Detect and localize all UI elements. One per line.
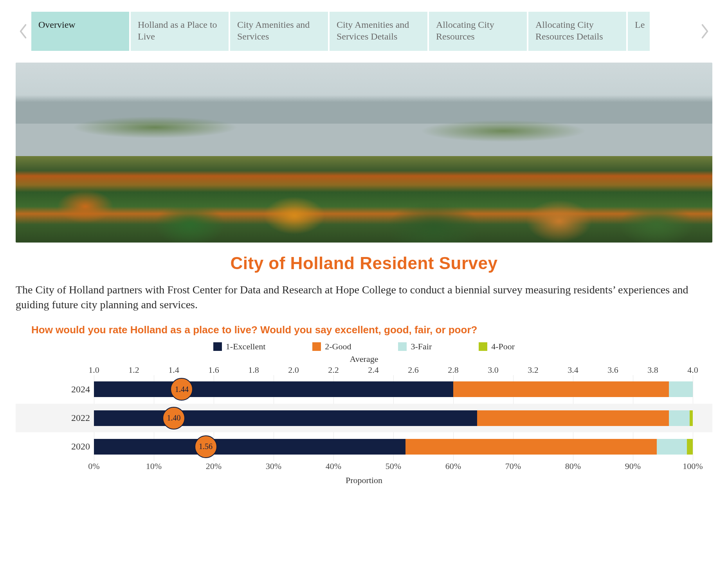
- chart-row-label: 2022: [63, 413, 90, 423]
- bar-segment[interactable]: [453, 381, 669, 397]
- legend-item-1[interactable]: 2-Good: [312, 342, 351, 352]
- legend-label: 3-Fair: [411, 342, 432, 352]
- chart-row-2022: 20221.40: [94, 404, 693, 432]
- chart-question: How would you rate Holland as a place to…: [31, 324, 712, 336]
- tab-bar: OverviewHolland as a Place to LiveCity A…: [16, 12, 712, 51]
- chevron-left-icon: [19, 23, 28, 39]
- bar-segment[interactable]: [94, 439, 405, 455]
- axis-top-tick: 3.8: [647, 365, 658, 375]
- tab-0[interactable]: Overview: [31, 12, 129, 51]
- bar-segment[interactable]: [690, 410, 693, 426]
- average-marker[interactable]: 1.44: [170, 378, 193, 401]
- chart-plot: 20241.4420221.4020201.56: [94, 375, 693, 461]
- tab-5[interactable]: Allocating City Resources Details: [528, 12, 626, 51]
- legend-label: 1-Excellent: [226, 342, 265, 352]
- bar-segment[interactable]: [657, 439, 687, 455]
- axis-top-tick: 1.0: [88, 365, 99, 375]
- bar-segment[interactable]: [687, 439, 693, 455]
- page-title: City of Holland Resident Survey: [16, 253, 712, 273]
- axis-top-tick: 1.6: [208, 365, 219, 375]
- stacked-bar: [94, 439, 693, 455]
- chart-area: 1.01.21.41.61.82.02.22.42.62.83.03.23.43…: [94, 365, 693, 471]
- axis-bottom-tick: 40%: [326, 461, 341, 471]
- bar-segment[interactable]: [405, 439, 657, 455]
- axis-bottom-ticks: 0%10%20%30%40%50%60%70%80%90%100%: [94, 461, 693, 471]
- legend-swatch: [398, 342, 407, 351]
- axis-bottom-tick: 20%: [206, 461, 222, 471]
- axis-top-tick: 1.2: [128, 365, 139, 375]
- chart-row-2020: 20201.56: [94, 432, 693, 461]
- axis-bottom-tick: 10%: [146, 461, 162, 471]
- tab-6[interactable]: Le: [628, 12, 650, 51]
- chart-container: How would you rate Holland as a place to…: [16, 324, 712, 485]
- axis-top-tick: 3.4: [568, 365, 578, 375]
- bar-segment[interactable]: [94, 410, 477, 426]
- axis-top-tick: 3.2: [528, 365, 539, 375]
- axis-bottom-tick: 80%: [565, 461, 581, 471]
- legend-swatch: [479, 342, 487, 351]
- tab-3[interactable]: City Amenities and Services Details: [330, 12, 427, 51]
- axis-bottom-tick: 70%: [505, 461, 521, 471]
- axis-top-tick: 1.8: [248, 365, 259, 375]
- axis-top-tick: 2.0: [288, 365, 299, 375]
- axis-top-tick: 2.8: [448, 365, 459, 375]
- axis-bottom-tick: 90%: [625, 461, 641, 471]
- axis-top-tick: 3.0: [488, 365, 499, 375]
- intro-paragraph: The City of Holland partners with Frost …: [16, 282, 712, 312]
- axis-top-tick: 2.2: [328, 365, 339, 375]
- hero-image: [16, 63, 712, 243]
- tab-2[interactable]: City Amenities and Services: [230, 12, 328, 51]
- axis-bottom-tick: 60%: [445, 461, 461, 471]
- axis-top-tick: 3.6: [607, 365, 618, 375]
- legend-item-0[interactable]: 1-Excellent: [213, 342, 265, 352]
- legend-label: 4-Poor: [491, 342, 515, 352]
- bar-segment[interactable]: [669, 410, 690, 426]
- bar-segment[interactable]: [94, 381, 453, 397]
- axis-bottom-title: Proportion: [16, 475, 712, 485]
- axis-bottom-tick: 30%: [266, 461, 281, 471]
- legend-swatch: [213, 342, 222, 351]
- tabs-next-arrow[interactable]: [697, 16, 712, 47]
- axis-bottom-tick: 0%: [88, 461, 99, 471]
- legend-label: 2-Good: [325, 342, 351, 352]
- average-marker[interactable]: 1.40: [162, 407, 185, 430]
- tab-1[interactable]: Holland as a Place to Live: [131, 12, 229, 51]
- tabs-prev-arrow[interactable]: [16, 16, 31, 47]
- bar-segment[interactable]: [477, 410, 669, 426]
- axis-top-title: Average: [16, 354, 712, 364]
- axis-top-tick: 2.4: [368, 365, 379, 375]
- axis-top-tick: 4.0: [687, 365, 698, 375]
- bar-segment[interactable]: [669, 381, 693, 397]
- chart-row-label: 2020: [63, 441, 90, 452]
- tab-4[interactable]: Allocating City Resources: [429, 12, 527, 51]
- chart-row-label: 2024: [63, 384, 90, 395]
- axis-top-tick: 1.4: [168, 365, 179, 375]
- axis-top-tick: 2.6: [408, 365, 419, 375]
- legend-item-2[interactable]: 3-Fair: [398, 342, 432, 352]
- chevron-right-icon: [700, 23, 709, 39]
- legend-item-3[interactable]: 4-Poor: [479, 342, 515, 352]
- legend-swatch: [312, 342, 321, 351]
- hero-image-overlay: [16, 63, 712, 243]
- axis-bottom-tick: 100%: [683, 461, 703, 471]
- average-marker[interactable]: 1.56: [195, 435, 217, 458]
- chart-row-2024: 20241.44: [94, 375, 693, 404]
- chart-legend: 1-Excellent2-Good3-Fair4-Poor: [16, 342, 712, 352]
- axis-top-ticks: 1.01.21.41.61.82.02.22.42.62.83.03.23.43…: [94, 365, 693, 375]
- axis-bottom-tick: 50%: [386, 461, 401, 471]
